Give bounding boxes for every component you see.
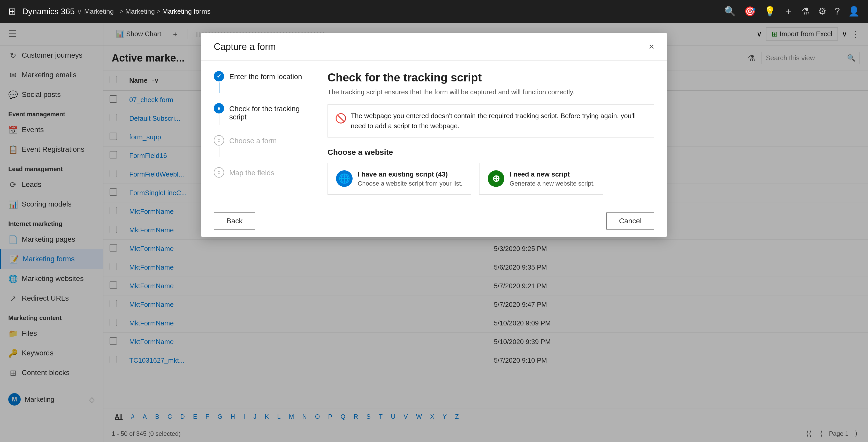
breadcrumb-sep2: > <box>157 8 160 15</box>
breadcrumb-parent[interactable]: Marketing <box>125 7 155 15</box>
plus-circle-icon: ⊕ <box>492 173 500 184</box>
modal-steps-panel: ✓ Enter the form location ● Check for th… <box>202 61 315 205</box>
modal-content-title: Check for the tracking script <box>328 71 654 84</box>
modal-close-button[interactable]: × <box>649 41 654 52</box>
step-line-2 <box>219 115 219 125</box>
topbar-user-icon[interactable]: 👤 <box>848 6 860 17</box>
step-icon-col-1: ✓ <box>214 71 224 93</box>
error-icon: 🚫 <box>335 112 347 125</box>
existing-script-option[interactable]: 🌐 I have an existing script (43) Choose … <box>328 163 471 195</box>
module-label: Marketing <box>84 7 114 15</box>
topbar-lightbulb-icon[interactable]: 💡 <box>764 6 776 17</box>
step-circle-4: ○ <box>214 167 224 178</box>
error-message-text: The webpage you entered doesn't contain … <box>351 111 647 131</box>
modal-content-subtitle: The tracking script ensures that the for… <box>328 88 654 96</box>
step-circle-2: ● <box>214 103 224 114</box>
step-label-4: Map the fields <box>229 167 274 177</box>
new-script-subtitle: Generate a new website script. <box>509 180 595 187</box>
modal-header: Capture a form × <box>202 33 666 61</box>
breadcrumb: > Marketing > Marketing forms <box>120 7 210 15</box>
back-button[interactable]: Back <box>214 213 255 229</box>
capture-form-modal: Capture a form × ✓ Enter the form locati… <box>202 33 666 237</box>
modal-content-panel: Check for the tracking script The tracki… <box>315 61 666 205</box>
step-icon-col-4: ○ <box>214 167 224 178</box>
existing-script-icon: 🌐 <box>336 170 352 187</box>
existing-script-subtitle: Choose a website script from your list. <box>358 180 462 187</box>
new-script-icon: ⊕ <box>488 170 504 187</box>
step-item-check-tracking: ● Check for the tracking script <box>214 103 303 125</box>
error-message-box: 🚫 The webpage you entered doesn't contai… <box>328 104 654 137</box>
step-icon-col-3: ○ <box>214 135 224 157</box>
website-options: 🌐 I have an existing script (43) Choose … <box>328 163 654 195</box>
cancel-button[interactable]: Cancel <box>607 213 654 229</box>
step-circle-1: ✓ <box>214 71 224 82</box>
step-label-3: Choose a form <box>229 135 277 145</box>
step-line-1 <box>219 83 219 93</box>
topbar-plus-icon[interactable]: ＋ <box>784 5 793 18</box>
topbar-actions: 🔍 🎯 💡 ＋ ⚗ ⚙ ? 👤 <box>724 5 860 18</box>
choose-website-label: Choose a website <box>328 148 654 157</box>
grid-icon[interactable]: ⊞ <box>8 6 16 17</box>
topbar-help-icon[interactable]: ? <box>835 6 840 17</box>
step-item-map-fields: ○ Map the fields <box>214 167 303 178</box>
new-script-text: I need a new script Generate a new websi… <box>509 170 595 187</box>
globe-icon: 🌐 <box>339 173 350 184</box>
brand-label: Dynamics 365 <box>22 7 75 16</box>
topbar-filter-icon[interactable]: ⚗ <box>802 6 810 17</box>
step-label-2: Check for the tracking script <box>229 103 303 121</box>
brand-chevron-icon: ∨ <box>77 7 82 16</box>
modal-body: ✓ Enter the form location ● Check for th… <box>202 61 666 205</box>
step-circle-3: ○ <box>214 135 224 146</box>
breadcrumb-current: Marketing forms <box>162 7 210 15</box>
step-item-choose-form: ○ Choose a form <box>214 135 303 157</box>
topbar-search-icon[interactable]: 🔍 <box>724 6 736 17</box>
step-label-1: Enter the form location <box>229 71 302 81</box>
modal-footer: Back Cancel <box>202 205 666 237</box>
topbar-target-icon[interactable]: 🎯 <box>744 6 756 17</box>
existing-script-title: I have an existing script (43) <box>358 170 462 178</box>
new-script-title: I need a new script <box>509 170 595 178</box>
topbar-settings-icon[interactable]: ⚙ <box>818 6 826 17</box>
existing-script-text: I have an existing script (43) Choose a … <box>358 170 462 187</box>
step-item-enter-location: ✓ Enter the form location <box>214 71 303 93</box>
step-icon-col-2: ● <box>214 103 224 125</box>
topbar: ⊞ Dynamics 365 ∨ Marketing > Marketing >… <box>0 0 868 23</box>
modal-title: Capture a form <box>214 41 276 52</box>
modal-overlay: Capture a form × ✓ Enter the form locati… <box>0 23 868 442</box>
new-script-option[interactable]: ⊕ I need a new script Generate a new web… <box>479 163 603 195</box>
breadcrumb-sep: > <box>120 8 123 15</box>
topbar-brand: Dynamics 365 ∨ Marketing <box>22 7 114 16</box>
step-line-3 <box>219 147 219 157</box>
